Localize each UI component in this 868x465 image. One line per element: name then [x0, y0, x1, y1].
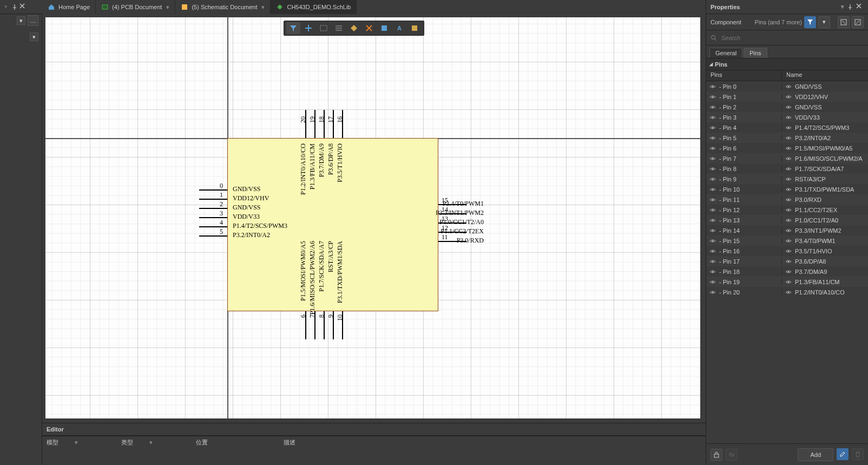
pin-row[interactable]: - Pin 15P3.4/T0/PWM1 [706, 235, 868, 246]
pin-row[interactable]: - Pin 0GND/VSS [706, 81, 868, 91]
eye-icon[interactable] [785, 176, 792, 182]
eye-icon[interactable] [709, 125, 716, 131]
eye-icon[interactable] [709, 135, 716, 141]
eye-icon[interactable] [785, 238, 792, 244]
pin-row[interactable]: - Pin 20P1.2/INT0/A10/CO [706, 287, 868, 297]
eye-icon[interactable] [709, 176, 716, 182]
left-more-button[interactable]: … [28, 15, 38, 26]
visibility-button[interactable] [726, 449, 738, 461]
editor-tab[interactable]: Editor [47, 426, 64, 433]
pin-row[interactable]: - Pin 5P3.2/INT0/A2 [706, 133, 868, 143]
eye-icon[interactable] [785, 135, 792, 141]
pin-row[interactable]: - Pin 14P3.3/INT1/PWM2 [706, 225, 868, 235]
subtab-general[interactable]: General [709, 48, 742, 58]
bottom-col-header[interactable]: 模型 [47, 438, 58, 447]
tab-1[interactable]: (4) PCB Document▾ [96, 0, 175, 14]
eye-icon[interactable] [785, 94, 792, 100]
eye-icon[interactable] [785, 114, 792, 121]
left-dropdown-1[interactable]: ▾ [17, 16, 25, 25]
delete-button[interactable] [852, 448, 864, 460]
pin-row[interactable]: - Pin 7P1.6/MISO/SCL/PWM2/A [706, 153, 868, 163]
dock-chevron-icon[interactable]: ▾ [841, 3, 844, 10]
eye-icon[interactable] [785, 279, 792, 285]
eye-icon[interactable] [709, 268, 716, 275]
pin-icon[interactable] [11, 3, 18, 11]
eye-icon[interactable] [709, 114, 716, 121]
eye-icon[interactable] [709, 104, 716, 110]
eye-icon[interactable] [709, 186, 716, 193]
eye-icon[interactable] [709, 289, 716, 296]
pin-row[interactable]: - Pin 17P3.6/DP/A8 [706, 256, 868, 266]
pin-row[interactable]: - Pin 4P1.4/T2/SCS/PWM3 [706, 122, 868, 133]
bottom-col-header[interactable]: 位置 [196, 438, 208, 447]
pin-row[interactable]: - Pin 16P3.5/T1/HVIO [706, 246, 868, 256]
pin-row[interactable]: - Pin 8P1.7/SCK/SDA/A7 [706, 163, 868, 174]
bottom-col-header[interactable]: 描述 [284, 438, 295, 447]
pin-row[interactable]: - Pin 18P3.7/DM/A9 [706, 266, 868, 277]
eye-icon[interactable] [709, 279, 716, 285]
eye-icon[interactable] [709, 207, 716, 213]
bottom-col-header[interactable]: 类型 [121, 438, 133, 447]
eye-icon[interactable] [709, 145, 716, 152]
tool-harness-button[interactable] [377, 22, 391, 34]
chevron-down-icon[interactable]: ▾ [166, 4, 169, 11]
col-pins[interactable]: Pins [706, 70, 782, 81]
tool-cross-button[interactable] [301, 22, 315, 34]
chevron-down-icon[interactable]: ▾ [261, 4, 265, 11]
lock-button[interactable] [711, 449, 722, 461]
tool-net-button[interactable] [362, 22, 376, 34]
eye-icon[interactable] [709, 83, 716, 90]
eye-icon[interactable] [785, 125, 792, 131]
tab-3[interactable]: CH543D_DEMO.SchLib [271, 0, 357, 14]
eye-icon[interactable] [785, 207, 792, 213]
left-dropdown-2[interactable]: ▾ [30, 32, 38, 41]
eye-icon[interactable] [785, 217, 792, 224]
pin-row[interactable]: - Pin 12P1.1/CC2/T2EX [706, 205, 868, 215]
eye-icon[interactable] [785, 248, 792, 254]
eye-icon[interactable] [709, 217, 716, 224]
eye-icon[interactable] [785, 289, 792, 296]
filter-button[interactable] [804, 16, 816, 28]
pin-row[interactable]: - Pin 6P1.5/MOSI/PWM0/A5 [706, 143, 868, 153]
pin-row[interactable]: - Pin 3VDD/V33 [706, 112, 868, 122]
search-input[interactable] [721, 35, 864, 41]
eye-icon[interactable] [785, 197, 792, 203]
eye-icon[interactable] [785, 104, 792, 110]
tool-filter-button[interactable] [286, 22, 300, 34]
subtab-pins[interactable]: Pins [744, 48, 767, 58]
pin-row[interactable]: - Pin 1VDD12/VHV [706, 91, 868, 102]
eye-icon[interactable] [785, 155, 792, 162]
pin-row[interactable]: - Pin 9RST/A3/CP [706, 174, 868, 184]
eye-icon[interactable] [709, 238, 716, 244]
eye-icon[interactable] [709, 227, 716, 234]
add-button[interactable]: Add [798, 448, 833, 461]
edit-button[interactable] [837, 448, 849, 460]
col-name[interactable]: Name [782, 70, 868, 81]
tool-connector-button[interactable] [332, 22, 346, 34]
eye-icon[interactable] [785, 258, 792, 265]
eye-icon[interactable] [785, 186, 792, 193]
dock-chevron-icon[interactable]: ▾ [4, 3, 8, 10]
eye-icon[interactable] [709, 155, 716, 162]
tab-0[interactable]: Home Page [42, 0, 96, 14]
pin-row[interactable]: - Pin 13P1.0/CC1/T2/A0 [706, 215, 868, 225]
tool-rect-button[interactable] [317, 22, 331, 34]
eye-icon[interactable] [785, 145, 792, 152]
pin-icon[interactable] [846, 3, 854, 11]
eye-icon[interactable] [709, 94, 716, 100]
pins-section-header[interactable]: ◢ Pins [706, 58, 868, 70]
pin-row[interactable]: - Pin 19P1.3/FB/A11/CM [706, 277, 868, 287]
close-icon[interactable] [19, 3, 27, 11]
pin-row[interactable]: - Pin 2GND/VSS [706, 102, 868, 112]
tab-2[interactable]: (5) Schematic Document▾ [175, 0, 271, 14]
pin-row[interactable]: - Pin 10P3.1/TXD/PWM1/SDA [706, 184, 868, 194]
tool-fill-button[interactable] [407, 22, 422, 34]
eye-icon[interactable] [709, 166, 716, 172]
select-mode-b-button[interactable] [852, 16, 864, 28]
eye-icon[interactable] [785, 268, 792, 275]
tool-A-button[interactable]: A [392, 22, 406, 34]
dropdown-button[interactable]: ▾ [818, 16, 830, 28]
pin-row[interactable]: - Pin 11P3.0/RXD [706, 194, 868, 205]
tool-port-button[interactable] [347, 22, 361, 34]
schematic-canvas[interactable]: A 0GND/VSS1VDD12/VHV2GND/VSS3VDD/V334P1.… [42, 14, 706, 422]
